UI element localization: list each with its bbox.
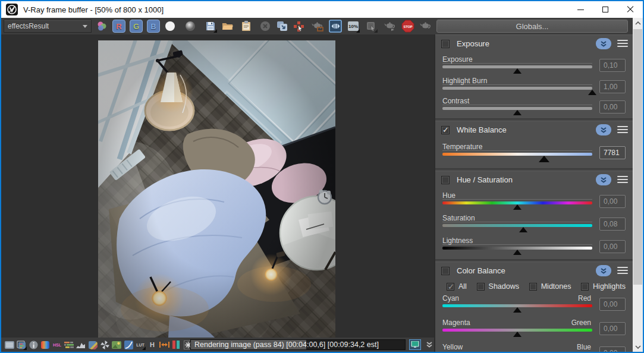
highlights-checkbox[interactable] [581,283,589,291]
render-button[interactable] [419,20,432,33]
color-balance-enable-checkbox[interactable] [441,267,450,275]
curve-histogram-icon[interactable] [76,339,86,350]
channel-select-dropdown[interactable]: effectsResult [4,20,92,33]
toolbar: effectsResult R G B [1,18,633,34]
all-checkbox[interactable] [447,283,454,291]
render-history-icon[interactable] [16,339,27,350]
temperature-slider-track[interactable] [442,153,592,156]
hsl-icon[interactable]: HSL [52,339,62,350]
slider-handle[interactable] [513,250,522,255]
slider-handle[interactable] [513,204,522,210]
slider-handle[interactable] [513,307,522,313]
mode-shadows[interactable]: Shadows [473,281,519,292]
slider-value[interactable]: 0,00 [599,322,626,335]
hue-slider-track[interactable] [442,201,592,204]
minimize-icon [577,10,584,10]
scrollbar-thumb[interactable] [633,29,642,285]
collapse-section-button[interactable] [596,124,611,135]
minimize-button[interactable] [568,1,593,18]
slider-value[interactable]: 0,00 [599,346,626,352]
scroll-up-button[interactable] [633,18,643,28]
curves-icon[interactable] [123,339,134,350]
collapse-section-button[interactable] [596,174,611,185]
section-menu-button[interactable] [617,125,628,134]
white-balance-enable-checkbox[interactable] [441,126,450,134]
slider-value[interactable]: 0,10 [599,59,626,72]
exposure-slider-track[interactable] [442,65,592,68]
yellow-blue-slider: Yellow Blue 0,00 [442,343,626,352]
slider-handle[interactable] [513,110,522,115]
slider-value[interactable]: 0,00 [599,240,626,253]
slider-label: Temperature [442,143,482,151]
lightness-slider-track[interactable] [442,247,592,250]
stop-render-button[interactable]: STOP [401,20,414,33]
monochrome-button[interactable] [184,20,197,33]
highlight-burn-slider-track[interactable] [442,87,592,90]
region-render-button[interactable] [365,20,378,33]
section-menu-button[interactable] [617,266,628,275]
section-menu-button[interactable] [617,39,628,48]
color-corrections-icon[interactable] [40,339,51,350]
rgb-channels-icon[interactable] [95,20,108,33]
slider-handle[interactable] [513,332,522,337]
levels-icon[interactable] [64,339,74,350]
exposure-enable-checkbox[interactable] [441,40,450,48]
magenta-green-slider-track[interactable] [442,329,592,332]
save-image-button[interactable] [204,20,217,33]
slider-label-left: Yellow [442,343,463,351]
slider-handle[interactable] [588,90,596,95]
slider-handle[interactable] [513,68,522,74]
close-button[interactable] [618,1,643,18]
maximize-button[interactable] [593,1,618,18]
clear-image-button[interactable] [259,20,272,33]
duplicate-to-host-button[interactable] [275,20,288,33]
globals-button[interactable]: Globals... [436,20,628,33]
contrast-slider-track[interactable] [442,107,592,110]
stop-label: STOP [403,25,412,29]
pixel-aspect-icon[interactable] [159,339,169,350]
info-icon[interactable] [28,339,39,350]
display-correction-icon[interactable] [409,339,421,350]
render-last-in-region-button[interactable] [311,20,324,33]
ab-compare-icon[interactable] [171,339,181,350]
exposure-correction-icon[interactable] [87,339,98,350]
slider-value[interactable]: 0,00 [599,100,626,114]
scroll-down-button[interactable] [633,342,643,352]
load-image-button[interactable] [221,20,234,33]
cyan-red-slider-track[interactable] [442,304,592,307]
green-channel-button[interactable]: G [130,20,143,33]
slider-value[interactable]: 0,00 [599,195,626,208]
hue-saturation-enable-checkbox[interactable] [441,176,450,184]
midtones-checkbox[interactable] [529,283,537,291]
copy-to-clipboard-button[interactable] [240,20,253,33]
letter-h-icon[interactable]: H [147,339,158,350]
render-last-button[interactable] [384,20,397,33]
slider-handle[interactable] [519,227,527,232]
slider-value[interactable]: 1,00 [599,80,626,93]
section-menu-button[interactable] [617,175,628,184]
slider-handle[interactable] [539,156,549,162]
panel-scrollbar[interactable] [633,18,643,352]
title-bar[interactable]: V-Ray frame buffer - [50% of 800 x 1000] [1,1,643,18]
mode-all[interactable]: All [442,281,467,292]
red-channel-button[interactable]: R [112,20,125,33]
slider-value[interactable]: 0,00 [599,298,626,311]
shadows-checkbox[interactable] [477,283,485,291]
lut-icon[interactable]: LUT [135,339,146,350]
white-balance-icon[interactable] [99,339,110,350]
collapse-section-button[interactable] [596,265,611,276]
slider-value[interactable]: 0,08 [599,218,626,231]
collapse-statusbar-icon[interactable] [425,339,434,350]
frame-buffer-toggle-icon[interactable] [4,339,15,350]
collapse-section-button[interactable] [596,38,611,49]
mode-highlights[interactable]: Highlights [577,281,626,292]
clamp-colors-button[interactable] [329,20,342,33]
alpha-channel-button[interactable] [164,20,177,33]
resolution-10-percent-button[interactable]: 10% [347,20,360,33]
saturation-slider-track[interactable] [442,224,592,227]
follow-mouse-button[interactable] [292,20,305,33]
mode-midtones[interactable]: Midtones [525,281,571,292]
blue-channel-button[interactable]: B [147,20,160,33]
background-image-icon[interactable] [111,339,122,350]
slider-value[interactable]: 7781 [599,146,626,159]
